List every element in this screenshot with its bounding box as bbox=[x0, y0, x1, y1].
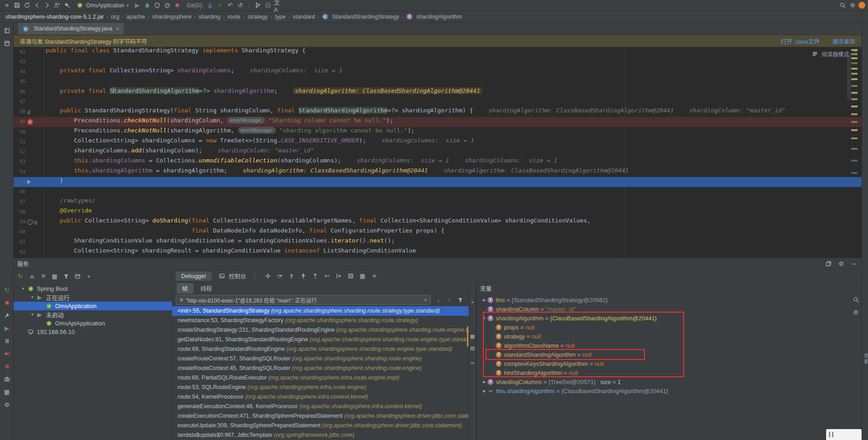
breadcrumb-item[interactable]: CStandardShardingStrategy bbox=[321, 14, 400, 20]
filter-icon[interactable] bbox=[62, 272, 70, 280]
code-line[interactable]: 44 private final Collection<String> shar… bbox=[14, 67, 862, 77]
project-stripe-icon[interactable] bbox=[3, 26, 11, 35]
show-diff-link[interactable]: 展示差异 bbox=[832, 37, 855, 46]
search-icon[interactable] bbox=[852, 295, 860, 303]
breadcrumb-item[interactable]: org bbox=[110, 14, 120, 20]
breadcrumb-item[interactable]: sharding bbox=[198, 14, 221, 20]
breakpoint-icon[interactable]: ✓ bbox=[27, 119, 33, 125]
show-history-icon[interactable]: ↺ bbox=[236, 1, 244, 10]
stop-icon[interactable] bbox=[173, 1, 182, 10]
code-line[interactable]: 52 shardingColumns.add(shardingColumn);s… bbox=[14, 147, 862, 157]
float-icon[interactable] bbox=[824, 260, 832, 268]
avatar[interactable] bbox=[858, 2, 865, 9]
chevron-down-icon[interactable]: ▼ bbox=[29, 295, 36, 299]
update-project-icon[interactable] bbox=[206, 1, 214, 10]
frame-row[interactable]: generateExecutionContext:46, KernelProce… bbox=[172, 402, 469, 411]
run-configuration-select[interactable]: OmsApplication ▾ bbox=[73, 0, 132, 10]
settings-icon[interactable]: ⚙ bbox=[3, 400, 11, 409]
variable-row-shardingcolumns[interactable]: ▶fshardingColumns = {TreeSet@20571}size … bbox=[477, 377, 862, 386]
show-execution-point-icon[interactable] bbox=[264, 272, 272, 280]
code-line[interactable]: 56 bbox=[14, 187, 862, 197]
add-icon[interactable]: + bbox=[469, 298, 476, 306]
tree-row-192-168-56-10[interactable]: 192.168.56.10 bbox=[14, 328, 172, 336]
profiler-icon[interactable] bbox=[163, 1, 172, 10]
code-line[interactable]: 46 private final StandardShardingAlgorit… bbox=[14, 87, 862, 97]
breadcrumb-item[interactable]: fshardingAlgorithm bbox=[406, 14, 463, 20]
frame-row[interactable]: lambda$update$0:967, JdbcTemplate (org.s… bbox=[172, 430, 469, 440]
frame-up-icon[interactable]: ↑ bbox=[445, 296, 453, 304]
code-line[interactable]: 54 this.shardingAlgorithm = shardingAlgo… bbox=[14, 167, 862, 177]
code-line[interactable]: 42public final class StandardShardingStr… bbox=[14, 47, 862, 57]
view-breakpoints-icon[interactable] bbox=[3, 349, 11, 358]
tree-row--[interactable]: ▼▶未启动 bbox=[14, 310, 172, 319]
settings-icon[interactable]: ⚙ bbox=[848, 1, 857, 10]
commit-push-icon[interactable] bbox=[264, 1, 272, 10]
hide-icon[interactable]: ─ bbox=[850, 260, 858, 268]
variable-row-standardshardingalgorithm[interactable]: fstandardShardingAlgorithm = null bbox=[477, 350, 862, 359]
chevron-right-icon[interactable]: ▶ bbox=[481, 298, 487, 302]
code-line[interactable]: 58 @Override bbox=[14, 207, 862, 217]
variable-row-shardingalgorithm[interactable]: ▼fshardingAlgorithm = {ClassBasedShardin… bbox=[477, 314, 862, 323]
variable-row-hintshardingalgorithm[interactable]: fhintShardingAlgorithm = null bbox=[477, 368, 862, 377]
code-line[interactable]: 62 Collection<String> shardingResult = s… bbox=[14, 247, 862, 257]
frame-row[interactable]: newInstance:53, ShardingStrategyFactory … bbox=[172, 316, 469, 325]
commit-check-icon[interactable]: ✓ bbox=[216, 1, 224, 10]
code-line[interactable]: 49✓ Preconditions.checkNotNull(shardingC… bbox=[14, 117, 862, 127]
frame-row[interactable]: route:68, PartialSQLRouteExecutor (org.a… bbox=[172, 373, 469, 383]
mute-breakpoints-icon[interactable] bbox=[3, 362, 11, 370]
code-editor[interactable]: 42public final class StandardShardingStr… bbox=[14, 47, 862, 258]
group-by-icon[interactable]: ▦ bbox=[51, 272, 59, 280]
variable-row-this[interactable]: ▶fthis = {StandardShardingStrategy@20562… bbox=[477, 295, 862, 304]
frame-row[interactable]: route:69, ShardingStandardRoutingEngine … bbox=[172, 344, 469, 354]
open-class-file-link[interactable]: 打开 .class文件 bbox=[781, 37, 820, 46]
variable-row-strategy[interactable]: fstrategy = null bbox=[477, 332, 862, 341]
breadcrumb-item[interactable]: standard bbox=[292, 14, 316, 20]
variable-row-shardingcolumn[interactable]: fshardingColumn = "master_id" bbox=[477, 304, 862, 314]
close-icon[interactable]: × bbox=[116, 25, 120, 32]
tab-standardshardingstrategy[interactable]: C StandardShardingStrategy.java × bbox=[18, 23, 124, 35]
save-icon[interactable] bbox=[13, 1, 21, 10]
breadcrumb-item[interactable]: type bbox=[274, 14, 287, 20]
pause-icon[interactable] bbox=[3, 337, 11, 345]
sync-icon[interactable] bbox=[23, 1, 31, 10]
resume-icon[interactable]: ▶ bbox=[3, 324, 11, 332]
code-line[interactable]: 60 final DataNodeInfo dataNodeInfo, fina… bbox=[14, 227, 862, 237]
chevron-right-icon[interactable]: ▶ bbox=[481, 380, 487, 384]
code-line[interactable]: 61 ShardingConditionValue shardingCondit… bbox=[14, 237, 862, 247]
forward-icon[interactable] bbox=[43, 1, 51, 10]
frame-row[interactable]: executeUpdate:309, ShardingSpherePrepare… bbox=[172, 421, 469, 430]
stop-icon[interactable] bbox=[3, 298, 11, 307]
commit-stripe-icon[interactable] bbox=[3, 39, 11, 47]
step-out-icon[interactable] bbox=[311, 272, 319, 280]
project-structure-icon[interactable] bbox=[53, 1, 61, 10]
main-menu-icon[interactable]: ≡ bbox=[3, 1, 11, 10]
search-icon[interactable] bbox=[838, 1, 847, 10]
expand-all-icon[interactable] bbox=[39, 272, 47, 280]
chevron-down-icon[interactable]: ▼ bbox=[481, 316, 487, 320]
frame-row[interactable]: route:53, SQLRouteEngine (org.apache.sha… bbox=[172, 383, 469, 392]
code-line[interactable]: 51 Collection<String> shardingColumns = … bbox=[14, 137, 862, 147]
frame-row[interactable]: <init>:55, StandardShardingStrategy (org… bbox=[172, 306, 469, 316]
code-line[interactable]: 45 bbox=[14, 77, 862, 87]
thread-selector[interactable]: ≡ "http-nio-8100-exec-1"@19,293 在组 "main… bbox=[176, 295, 431, 305]
frames-scrollbar[interactable] bbox=[467, 326, 468, 347]
build-hammer-icon[interactable] bbox=[63, 1, 71, 10]
variable-row-complexkeysshardingalgorithm[interactable]: fcomplexKeysShardingAlgorithm = null bbox=[477, 359, 862, 368]
drop-frame-icon[interactable]: ↩ bbox=[323, 272, 331, 280]
reader-mode-badge[interactable]: 阅读器模式 bbox=[811, 50, 849, 58]
breadcrumb-item[interactable]: shardingsphere-sharding-core-5.1.2.jar bbox=[5, 14, 105, 20]
frame-row[interactable]: createRouteContext:45, ShardingSQLRouter… bbox=[172, 364, 469, 373]
tab-threads[interactable]: 线程 bbox=[195, 283, 218, 293]
filter-icon[interactable] bbox=[456, 296, 464, 304]
evaluate-icon[interactable] bbox=[346, 272, 355, 280]
frame-view-icon[interactable] bbox=[73, 272, 81, 280]
wrench-icon[interactable] bbox=[3, 311, 11, 319]
breadcrumb-item[interactable]: route bbox=[227, 14, 242, 20]
settings-icon[interactable]: ⚙ bbox=[852, 308, 860, 316]
tree-row-omsapplication[interactable]: OmsApplication bbox=[14, 302, 172, 310]
code-line[interactable]: 50 Preconditions.checkNotNull(shardingAl… bbox=[14, 127, 862, 137]
frame-row[interactable]: createRouteContext:57, ShardingSQLRouter… bbox=[172, 354, 469, 364]
chevron-right-icon[interactable]: ▶ bbox=[481, 389, 487, 393]
rerun-icon[interactable]: ↻ bbox=[3, 286, 11, 294]
variable-row-props[interactable]: fprops = null bbox=[477, 323, 862, 332]
